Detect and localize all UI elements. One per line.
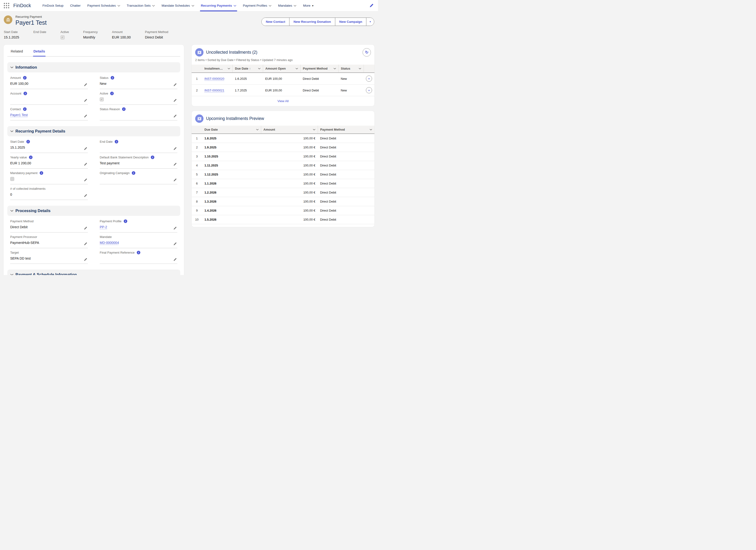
row-actions-button[interactable] — [366, 76, 372, 82]
nav-tab-chatter[interactable]: Chatter — [70, 0, 80, 11]
inline-edit-button[interactable] — [84, 242, 87, 246]
installments-icon — [195, 48, 203, 57]
info-icon[interactable] — [111, 76, 114, 80]
inline-edit-button[interactable] — [173, 226, 177, 230]
table-row: 9 1.4.2026 100,00 € Direct Debit — [192, 206, 374, 215]
highlight-frequency: Frequency Monthly — [83, 30, 98, 40]
tab-details[interactable]: Details — [33, 45, 46, 56]
related-list-title: Upcoming Installments Preview — [206, 116, 264, 121]
inline-edit-button[interactable] — [84, 194, 87, 197]
info-icon[interactable] — [26, 140, 30, 143]
payment-profile-link[interactable]: PP-2 — [100, 225, 107, 229]
info-icon[interactable] — [124, 219, 127, 223]
pencil-icon — [84, 83, 87, 86]
field-payment-profile: Payment Profile PP-2 — [100, 217, 177, 232]
refresh-button[interactable] — [363, 48, 371, 57]
section-recurring-payment-details[interactable]: Recurring Payment Details — [7, 126, 180, 136]
global-nav: FinDock FinDock Setup Chatter Payment Sc… — [0, 0, 378, 11]
info-icon[interactable] — [115, 140, 118, 143]
nav-tab-findock-setup[interactable]: FinDock Setup — [43, 0, 64, 11]
chevron-down-icon — [228, 68, 230, 69]
info-icon[interactable] — [132, 171, 135, 175]
col-status[interactable]: Status — [338, 65, 364, 73]
nav-tab-mandate-schedules[interactable]: Mandate Schedules — [161, 0, 194, 11]
inline-edit-button[interactable] — [84, 114, 87, 118]
info-icon[interactable] — [151, 156, 154, 159]
new-campaign-button[interactable]: New Campaign — [335, 18, 366, 26]
chevron-down-icon — [256, 129, 259, 130]
row-actions-button[interactable] — [366, 87, 372, 93]
inline-edit-button[interactable] — [84, 226, 87, 230]
col-due-date[interactable]: Due Date — [232, 65, 263, 73]
triangle-down-icon — [368, 77, 369, 80]
nav-tab-transaction-sets[interactable]: Transaction Sets — [127, 0, 155, 11]
inline-edit-button[interactable] — [84, 147, 87, 150]
inline-edit-button[interactable] — [173, 162, 177, 166]
record-action-buttons: New Contact New Recurring Donation New C… — [261, 18, 374, 26]
inline-edit-button[interactable] — [173, 147, 177, 150]
section-processing-details[interactable]: Processing Details — [7, 206, 180, 216]
inline-edit-button[interactable] — [173, 242, 177, 246]
related-list-title: Uncollected Installments (2) — [206, 50, 257, 55]
nav-edit-pencil-icon[interactable] — [369, 3, 374, 8]
inline-edit-button[interactable] — [173, 114, 177, 118]
nav-tab-more[interactable]: More — [303, 0, 313, 11]
col-amount[interactable]: Amount — [261, 126, 318, 134]
pencil-icon — [84, 147, 87, 150]
col-payment-method[interactable]: Payment Method — [300, 65, 338, 73]
pencil-icon — [173, 258, 177, 261]
inline-edit-button[interactable] — [84, 99, 87, 102]
inline-edit-button[interactable] — [173, 83, 177, 86]
highlight-amount: Amount EUR 100,00 — [112, 30, 131, 40]
contact-link[interactable]: Payer1 Test — [10, 113, 28, 117]
col-payment-method[interactable]: Payment Method — [318, 126, 374, 134]
field-originating-campaign: Originating Campaign — [100, 169, 177, 184]
nav-tab-payment-schedules[interactable]: Payment Schedules — [87, 0, 120, 11]
col-due-date[interactable]: Due Date — [202, 126, 261, 134]
info-icon[interactable] — [122, 107, 126, 111]
inline-edit-button[interactable] — [84, 83, 87, 86]
more-actions-dropdown-button[interactable] — [366, 18, 374, 26]
upcoming-installments-card: Upcoming Installments Preview Due Date A… — [191, 111, 375, 227]
field-status: Status New — [100, 73, 177, 89]
nav-tab-recurring-payments[interactable]: Recurring Payments — [201, 0, 236, 11]
info-icon[interactable] — [23, 76, 27, 80]
field-yearly-value: Yearly value EUR 1 200,00 — [10, 153, 88, 169]
info-icon[interactable] — [40, 171, 43, 175]
info-icon[interactable] — [29, 156, 33, 159]
chevron-down-icon — [334, 68, 336, 69]
nav-tab-mandates[interactable]: Mandates — [278, 0, 296, 11]
inline-edit-button[interactable] — [84, 178, 87, 182]
info-icon[interactable] — [110, 92, 114, 95]
table-row: 5 1.12.2025 100,00 € Direct Debit — [192, 170, 374, 179]
nav-tab-payment-profiles[interactable]: Payment Profiles — [243, 0, 271, 11]
installment-link[interactable]: INST-0000021 — [204, 89, 224, 92]
section-payment-schedule-information[interactable]: Payment & Schedule Information — [7, 270, 180, 275]
field-default-bank-statement-description: Default Bank Statement Description Test … — [100, 153, 177, 169]
inline-edit-button[interactable] — [84, 162, 87, 166]
field-empty — [100, 184, 177, 200]
col-installment[interactable]: Installmen… — [202, 65, 232, 73]
inline-edit-button[interactable] — [173, 99, 177, 102]
inline-edit-button[interactable] — [84, 258, 87, 261]
tab-related[interactable]: Related — [10, 45, 24, 56]
field-amount: Amount EUR 100,00 — [10, 73, 88, 89]
record-detail-card: Related Details Information Amount EUR 1… — [3, 44, 184, 275]
inline-edit-button[interactable] — [173, 258, 177, 261]
field-mandate: Mandate MD-0000004 — [100, 232, 177, 248]
installment-link[interactable]: INST-0000020 — [204, 77, 224, 81]
section-information[interactable]: Information — [7, 62, 180, 72]
new-contact-button[interactable]: New Contact — [262, 18, 289, 26]
mandate-link[interactable]: MD-0000004 — [100, 241, 119, 245]
app-launcher-icon[interactable] — [4, 3, 9, 9]
table-row: 4 1.11.2025 100,00 € Direct Debit — [192, 161, 374, 170]
info-icon[interactable] — [24, 92, 27, 95]
inline-edit-button[interactable] — [173, 178, 177, 182]
info-icon[interactable] — [23, 107, 27, 111]
table-row: 1 1.8.2025 100,00 € Direct Debit — [192, 134, 374, 143]
new-recurring-donation-button[interactable]: New Recurring Donation — [289, 18, 335, 26]
col-amount-open[interactable]: Amount Open — [263, 65, 300, 73]
info-icon[interactable] — [137, 251, 140, 254]
view-all-link[interactable]: View All — [277, 99, 288, 103]
sort-asc-icon — [249, 67, 251, 70]
